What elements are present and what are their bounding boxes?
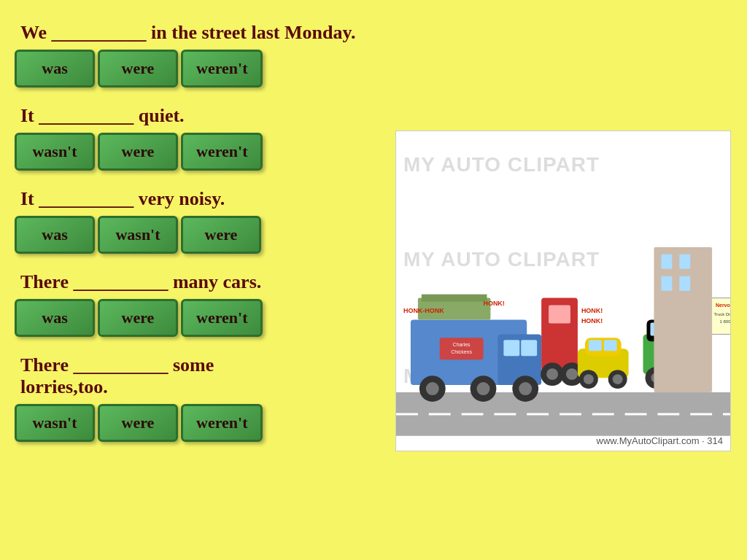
svg-rect-5 bbox=[521, 341, 537, 357]
main-container: We __________ in the street last Monday.… bbox=[0, 0, 747, 560]
svg-point-7 bbox=[426, 382, 439, 395]
question-block-2: It __________ quiet. wasn't were weren't bbox=[15, 105, 394, 181]
svg-point-34 bbox=[613, 374, 623, 384]
question-block-3: It __________ very noisy. was wasn't wer… bbox=[15, 188, 394, 264]
svg-rect-50 bbox=[661, 254, 672, 269]
svg-point-11 bbox=[519, 382, 532, 395]
q2-option-3[interactable]: weren't bbox=[181, 133, 263, 171]
watermark-top: MY AUTO CLIPART bbox=[403, 153, 600, 176]
svg-rect-20 bbox=[549, 306, 570, 324]
clipart-image: MY AUTO CLIPART MY AUTO CLIPART MY AUTO … bbox=[395, 131, 731, 451]
svg-rect-52 bbox=[661, 276, 672, 291]
answers-row-2: wasn't were weren't bbox=[15, 133, 394, 171]
svg-text:Truck Driving School: Truck Driving School bbox=[714, 312, 730, 316]
q4-option-3[interactable]: weren't bbox=[181, 299, 263, 337]
svg-text:Nervous Nick's: Nervous Nick's bbox=[716, 303, 730, 308]
svg-text:HONK!: HONK! bbox=[581, 318, 603, 325]
svg-text:Charles: Charles bbox=[453, 343, 471, 348]
q4-option-1[interactable]: was bbox=[15, 299, 95, 337]
answers-row-1: was were weren't bbox=[15, 50, 394, 88]
svg-text:1 800 Nervous: 1 800 Nervous bbox=[720, 320, 730, 324]
q2-option-2[interactable]: were bbox=[98, 133, 178, 171]
q1-option-3[interactable]: weren't bbox=[181, 50, 263, 88]
q5-option-2[interactable]: were bbox=[98, 404, 178, 442]
svg-text:HONK-HONK: HONK-HONK bbox=[403, 307, 444, 314]
q3-option-2[interactable]: wasn't bbox=[98, 216, 178, 254]
left-panel: We __________ in the street last Monday.… bbox=[15, 15, 394, 553]
q4-option-2[interactable]: were bbox=[98, 299, 178, 337]
question-text-3: It __________ very noisy. bbox=[15, 188, 394, 210]
answers-row-4: was were weren't bbox=[15, 299, 394, 337]
q3-option-1[interactable]: was bbox=[15, 216, 95, 254]
cars-scene-svg: Charles Chickens HONK-HONK HONK! HONK! bbox=[396, 233, 730, 436]
svg-point-24 bbox=[566, 368, 578, 380]
image-caption: www.MyAutoClipart.com · 314 bbox=[597, 435, 723, 446]
q2-option-1[interactable]: wasn't bbox=[15, 133, 95, 171]
svg-text:HONK!: HONK! bbox=[581, 307, 603, 314]
question-text-4: There __________ many cars. bbox=[15, 271, 394, 293]
svg-rect-53 bbox=[679, 276, 690, 291]
svg-point-32 bbox=[584, 374, 594, 384]
svg-text:Chickens: Chickens bbox=[451, 349, 472, 354]
answers-row-3: was wasn't were bbox=[15, 216, 394, 254]
svg-text:HONK!: HONK! bbox=[483, 300, 504, 307]
q1-option-1[interactable]: was bbox=[15, 50, 95, 88]
answers-row-5: wasn't were weren't bbox=[15, 404, 394, 442]
svg-rect-51 bbox=[679, 254, 690, 269]
question-text-2: It __________ quiet. bbox=[15, 105, 394, 127]
svg-rect-13 bbox=[422, 295, 487, 302]
q1-option-2[interactable]: were bbox=[98, 50, 178, 88]
svg-rect-30 bbox=[604, 341, 617, 351]
svg-rect-4 bbox=[503, 341, 519, 357]
svg-point-22 bbox=[546, 368, 558, 380]
q5-option-3[interactable]: weren't bbox=[181, 404, 263, 442]
question-text-1: We __________ in the street last Monday. bbox=[15, 22, 394, 44]
question-block-5: There __________ somelorries,too. wasn't… bbox=[15, 354, 394, 452]
q5-option-1[interactable]: wasn't bbox=[15, 404, 95, 442]
question-block-4: There __________ many cars. was were wer… bbox=[15, 271, 394, 347]
question-text-5: There __________ somelorries,too. bbox=[15, 354, 394, 398]
q3-option-3[interactable]: were bbox=[181, 216, 261, 254]
svg-rect-29 bbox=[589, 341, 602, 351]
right-panel: MY AUTO CLIPART MY AUTO CLIPART MY AUTO … bbox=[394, 15, 732, 553]
svg-point-9 bbox=[477, 382, 490, 395]
question-block-1: We __________ in the street last Monday.… bbox=[15, 22, 394, 98]
